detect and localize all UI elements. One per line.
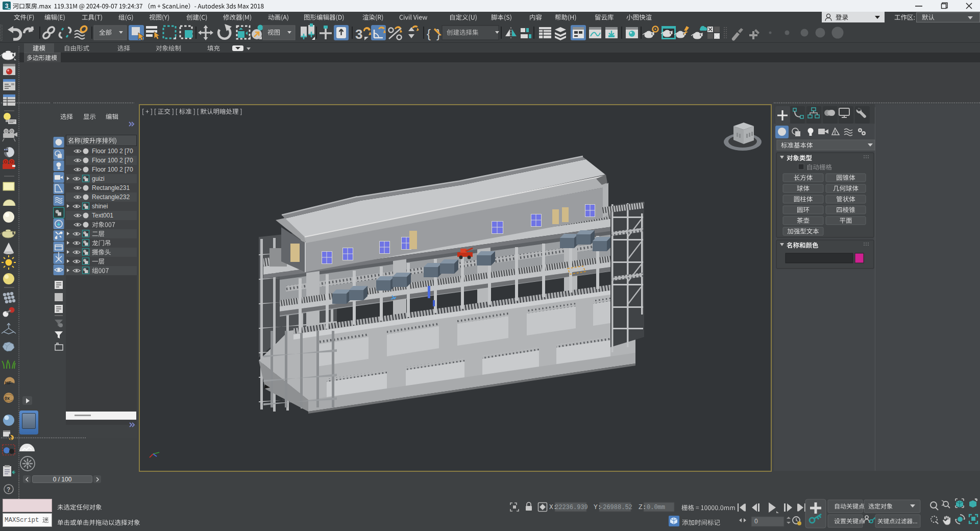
svg-text:3: 3 xyxy=(355,27,362,42)
svg-text:?: ? xyxy=(7,486,10,493)
svg-text:0x: 0x xyxy=(5,396,10,401)
svg-text:{: { xyxy=(427,27,431,40)
svg-text:HF: HF xyxy=(5,380,11,385)
